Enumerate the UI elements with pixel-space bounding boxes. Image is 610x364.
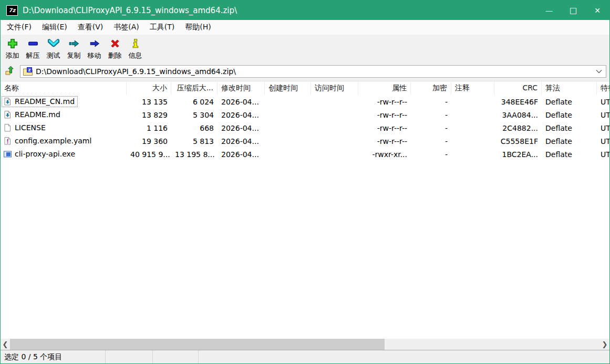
file-name: config.example.yaml [15, 137, 91, 145]
scroll-right-arrow-icon[interactable]: ❯ [600, 339, 609, 350]
column-header-size[interactable]: 大小 [127, 81, 171, 95]
status-bar: 选定 0 / 5 个项目 [1, 350, 609, 363]
column-header-characteristics[interactable]: 特征 [597, 81, 609, 95]
maximize-button[interactable]: □ [561, 1, 585, 20]
horizontal-scrollbar[interactable]: ❮ ❯ [1, 339, 609, 350]
address-path[interactable]: D:\Download\CLIProxyAPI_6.9.15_windows_a… [36, 67, 592, 76]
column-header-crc[interactable]: CRC [494, 81, 542, 95]
cell-size: 19 360 [127, 137, 171, 145]
status-selection-panel: 选定 0 / 5 个项目 [1, 350, 106, 363]
cell-encrypted: - [411, 124, 451, 132]
add-button[interactable]: 添加 [2, 37, 23, 60]
file-name-box[interactable]: LICENSE [2, 122, 49, 133]
column-header-comment[interactable]: 注释 [451, 81, 494, 95]
7zip-app-icon: 7z [7, 6, 17, 15]
cell-encrypted: - [411, 111, 451, 119]
toolbar-label: 删除 [108, 51, 122, 60]
cell-characteristics: UT [597, 124, 609, 132]
column-header-encrypted[interactable]: 加密 [411, 81, 451, 95]
table-row[interactable]: LICENSE1 1166682026-04...-rw-r--r---2C48… [1, 121, 609, 134]
7zip-window: 7z D:\Download\CLIProxyAPI_6.9.15_window… [0, 0, 610, 364]
table-row[interactable]: cli-proxy-api.exe40 915 9...13 195 8...2… [1, 148, 609, 161]
cell-crc: 1BC2EA... [494, 150, 542, 159]
cell-modified: 2026-04... [218, 111, 265, 119]
menu-edit[interactable]: 编辑(E) [37, 20, 73, 34]
status-panel-4 [199, 350, 609, 363]
cell-crc: 348EE46F [494, 98, 542, 106]
column-header-packed[interactable]: 压缩后大... [171, 81, 218, 95]
cell-modified: 2026-04... [218, 150, 265, 159]
exe-file-icon [3, 150, 12, 159]
cell-characteristics: UT [597, 98, 609, 106]
cell-name[interactable]: README_CN.md [1, 96, 127, 108]
cell-attributes: -rw-r--r-- [358, 124, 411, 132]
test-button[interactable]: 测试 [43, 37, 64, 60]
cell-crc: 3AA084... [494, 111, 542, 119]
focused-file-name-box[interactable]: README_CN.md [2, 96, 78, 107]
file-name: README_CN.md [15, 97, 75, 106]
column-header-method[interactable]: 算法 [542, 81, 597, 95]
copy-button[interactable]: 复制 [64, 37, 84, 60]
cell-characteristics: UT [597, 150, 609, 159]
cell-name[interactable]: cli-proxy-api.exe [1, 149, 127, 160]
parent-folder-icon [5, 65, 15, 78]
address-combobox[interactable]: z D:\Download\CLIProxyAPI_6.9.15_windows… [20, 65, 606, 78]
cell-encrypted: - [411, 137, 451, 145]
cell-attributes: -rwxr-xr... [358, 150, 411, 159]
close-button[interactable]: ✕ [585, 1, 609, 20]
file-name: LICENSE [15, 123, 46, 132]
cell-modified: 2026-04... [218, 124, 265, 132]
selection-count: 选定 0 / 5 个项目 [4, 352, 62, 362]
column-header-row: 名称大小压缩后大...修改时间创建时间访问时间属性加密注释CRC算法特征 [1, 81, 609, 95]
cell-packed: 5 813 [171, 137, 218, 145]
file-name-box[interactable]: config.example.yaml [2, 136, 95, 147]
info-button[interactable]: 信息 [125, 37, 146, 60]
parent-folder-button[interactable] [4, 65, 16, 78]
table-row[interactable]: README.md13 8295 3042026-04...-rw-r--r--… [1, 108, 609, 121]
cell-characteristics: UT [597, 111, 609, 119]
table-row[interactable]: README_CN.md13 1356 0242026-04...-rw-r--… [1, 95, 609, 108]
menu-tools[interactable]: 工具(T) [144, 20, 180, 34]
column-header-accessed[interactable]: 访问时间 [311, 81, 358, 95]
cell-method: Deflate [542, 98, 597, 106]
cell-encrypted: - [411, 150, 451, 159]
plain-file-icon [3, 123, 12, 132]
file-name: README.md [15, 110, 60, 119]
menu-view[interactable]: 查看(V) [73, 20, 109, 34]
table-row[interactable]: config.example.yaml19 3605 8132026-04...… [1, 134, 609, 148]
dropdown-chevron-icon[interactable] [594, 69, 604, 74]
move-button[interactable]: 移动 [84, 37, 105, 60]
cell-method: Deflate [542, 137, 597, 145]
minimize-button[interactable]: — [537, 1, 561, 20]
cell-packed: 668 [171, 124, 218, 132]
title-bar: 7z D:\Download\CLIProxyAPI_6.9.15_window… [1, 1, 609, 20]
delete-button[interactable]: 删除 [105, 37, 125, 60]
cell-name[interactable]: LICENSE [1, 122, 127, 134]
extract-button[interactable]: 解压 [23, 37, 43, 60]
menu-file[interactable]: 文件(F) [2, 20, 37, 34]
cell-packed: 6 024 [171, 98, 218, 106]
cell-name[interactable]: README.md [1, 109, 127, 121]
menu-bar: 文件(F) 编辑(E) 查看(V) 书签(A) 工具(T) 帮助(H) [1, 20, 609, 35]
file-list: 名称大小压缩后大...修改时间创建时间访问时间属性加密注释CRC算法特征 REA… [1, 81, 609, 339]
scroll-left-arrow-icon[interactable]: ❮ [1, 339, 10, 350]
column-header-created[interactable]: 创建时间 [265, 81, 311, 95]
file-name-box[interactable]: README.md [2, 109, 64, 120]
column-header-modified[interactable]: 修改时间 [218, 81, 265, 95]
cell-packed: 5 304 [171, 111, 218, 119]
column-header-attributes[interactable]: 属性 [358, 81, 411, 95]
menu-help[interactable]: 帮助(H) [180, 20, 216, 34]
cell-method: Deflate [542, 150, 597, 159]
file-name-box[interactable]: cli-proxy-api.exe [2, 149, 78, 160]
cell-method: Deflate [542, 124, 597, 132]
cell-name[interactable]: config.example.yaml [1, 136, 127, 147]
column-header-name[interactable]: 名称 [1, 81, 127, 95]
cell-size: 13 135 [127, 98, 171, 106]
menu-bookmarks[interactable]: 书签(A) [108, 20, 144, 34]
delete-x-icon [109, 37, 121, 50]
cell-characteristics: UT [597, 137, 609, 145]
toolbar-label: 解压 [26, 51, 40, 60]
scrollbar-thumb[interactable] [10, 339, 385, 350]
cell-attributes: -rw-r--r-- [358, 137, 411, 145]
svg-text:z: z [28, 68, 31, 72]
